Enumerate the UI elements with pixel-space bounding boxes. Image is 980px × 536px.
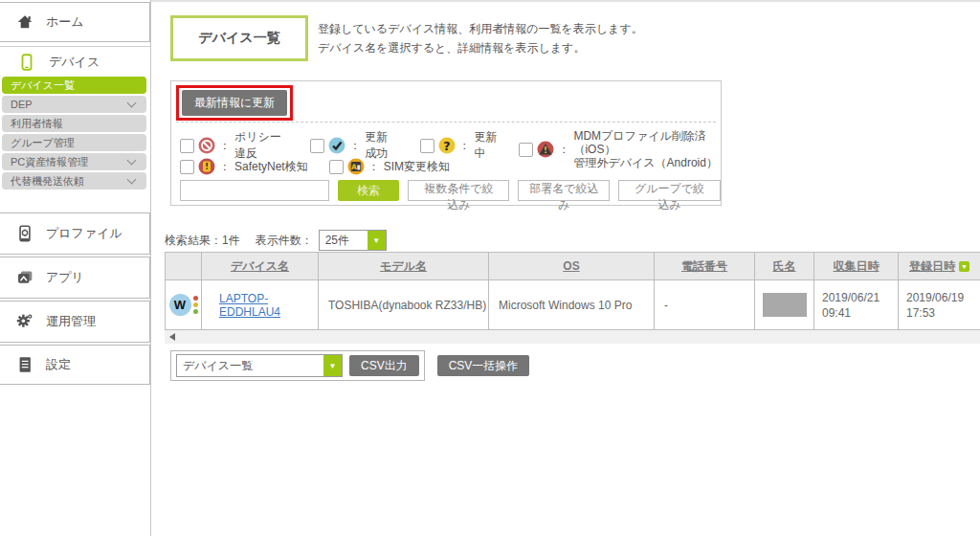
sidebar-profile-label: プロファイル: [46, 225, 122, 242]
legend-label: ポリシー違反: [234, 129, 289, 162]
legend-separator: ：: [459, 138, 471, 154]
mdm-removed-icon: !: [537, 141, 554, 158]
sidebar-item-profile[interactable]: プロファイル: [0, 212, 150, 255]
collected-time: 09:41: [822, 305, 851, 321]
sort-descending-icon[interactable]: ▼: [959, 261, 969, 272]
safetynet-icon: !: [198, 158, 215, 175]
legend-row-2: ! ： SafetyNet検知 A ： SIM変更検知: [180, 158, 450, 175]
horizontal-scrollbar[interactable]: [165, 330, 980, 344]
legend-mdm-removed: ! ： MDMプロファイル削除済（iOS） 管理外デバイス（Android）: [519, 129, 721, 169]
status-dot-yellow: [193, 302, 198, 307]
header-cell-device-name[interactable]: デバイス名: [202, 253, 319, 280]
sidebar-item-pc-asset-management[interactable]: PC資産情報管理: [2, 153, 146, 170]
footer-controls: デバイス一覧 ▼ CSV出力 CSV一括操作: [170, 350, 529, 381]
sidebar-item-device-list[interactable]: デバイス一覧: [2, 77, 146, 94]
safetynet-checkbox[interactable]: [180, 160, 194, 174]
chevron-down-icon: ▼: [323, 355, 342, 376]
sidebar-item-home[interactable]: ホーム: [0, 2, 150, 42]
legend-update-success: ： 更新成功: [310, 129, 398, 162]
status-dot-green: [193, 309, 198, 314]
legend-label: MDMプロファイル削除済（iOS） 管理外デバイス（Android）: [573, 129, 721, 169]
sidebar-item-label: デバイス一覧: [11, 77, 75, 94]
header-cell-registered[interactable]: 登録日時 ▼: [899, 253, 980, 280]
profile-icon: [16, 225, 33, 242]
updating-checkbox[interactable]: [420, 139, 434, 153]
sidebar-item-dep[interactable]: DEP: [2, 96, 146, 113]
row-registered-cell: 2019/06/19 17:53: [899, 280, 980, 330]
sidebar-item-device[interactable]: デバイス: [0, 47, 150, 77]
column-header-label: デバイス名: [231, 258, 289, 275]
sidebar-item-user-info[interactable]: 利用者情報: [2, 115, 146, 132]
search-button[interactable]: 検索: [338, 180, 399, 201]
chevron-down-icon: [127, 175, 137, 185]
sidebar-item-replacement-request[interactable]: 代替機発送依頼: [2, 172, 146, 190]
sidebar-item-operations[interactable]: 運用管理: [0, 301, 150, 343]
registered-date: 2019/06/19: [906, 290, 964, 305]
group-filter-button[interactable]: グループで絞込み: [618, 180, 721, 201]
settings-icon: [16, 356, 33, 373]
legend-label: SIM変更検知: [384, 159, 450, 175]
svg-text:!: !: [205, 162, 209, 171]
department-filter-button[interactable]: 部署名で絞込み: [518, 180, 610, 201]
column-header-label: OS: [563, 259, 579, 273]
export-type-select[interactable]: デバイス一覧 ▼: [176, 354, 343, 377]
status-dot-red: [193, 296, 198, 301]
legend-updating: ? ： 更新中: [420, 129, 499, 162]
column-header-label: 電話番号: [681, 258, 727, 275]
mdm-removed-checkbox[interactable]: [519, 143, 533, 157]
legend-label: 更新成功: [365, 129, 398, 162]
device-table: デバイス名 モデル名 OS 電話番号 氏名 収集日時 登録日時 ▼ W LAPT…: [165, 252, 980, 330]
search-input[interactable]: [180, 180, 329, 201]
sidebar-item-label: 代替機発送依頼: [11, 172, 84, 190]
page-title: デバイス一覧: [198, 30, 279, 47]
csv-export-button[interactable]: CSV出力: [349, 355, 419, 376]
sidebar-home-label: ホーム: [46, 13, 84, 31]
csv-bulk-operation-button[interactable]: CSV一括操作: [437, 355, 530, 376]
sidebar-item-apps[interactable]: アプリ: [0, 257, 150, 299]
sim-change-icon: A: [347, 158, 365, 175]
apps-icon: [16, 269, 33, 286]
column-header-label: 登録日時: [909, 258, 955, 275]
row-os-cell: Microsoft Windows 10 Pro: [489, 280, 655, 330]
page-size-control: 表示件数： 25件 ▼: [256, 230, 387, 251]
sim-change-checkbox[interactable]: [329, 160, 344, 174]
filter-panel: 最新情報に更新 ： ポリシー違反 ： 更新成: [170, 80, 722, 206]
header-cell-status: [166, 253, 202, 280]
header-cell-phone[interactable]: 電話番号: [655, 253, 755, 280]
chevron-down-icon: [127, 99, 137, 108]
column-header-label: 収集日時: [834, 258, 880, 275]
refresh-button[interactable]: 最新情報に更新: [182, 90, 287, 116]
header-cell-collected[interactable]: 収集日時: [814, 253, 899, 280]
registered-time: 17:53: [906, 305, 935, 321]
update-success-checkbox[interactable]: [310, 139, 324, 153]
legend-separator: ：: [219, 138, 231, 154]
legend-label-line1: MDMプロファイル削除済（iOS）: [573, 129, 721, 156]
header-cell-name[interactable]: 氏名: [755, 253, 814, 280]
legend-separator: ：: [368, 159, 380, 175]
page-size-select[interactable]: 25件 ▼: [319, 230, 387, 251]
sidebar-apps-label: アプリ: [46, 269, 84, 286]
page-size-value: 25件: [320, 231, 368, 250]
header-cell-model[interactable]: モデル名: [319, 253, 489, 280]
sidebar-device-label: デバイス: [49, 54, 100, 71]
policy-violation-checkbox[interactable]: [180, 139, 194, 153]
chevron-down-icon: ▼: [368, 231, 386, 250]
sidebar-item-group-management[interactable]: グループ管理: [2, 134, 146, 151]
legend-label: 更新中: [475, 129, 499, 162]
svg-text:A: A: [351, 163, 357, 171]
svg-text:?: ?: [443, 139, 450, 153]
device-name-link[interactable]: LAPTOP-EDDHLAU4: [219, 292, 318, 319]
panel-divider: [176, 122, 716, 123]
csv-export-group: デバイス一覧 ▼ CSV出力: [170, 350, 425, 381]
svg-text:!: !: [544, 145, 547, 155]
header-cell-os[interactable]: OS: [489, 253, 655, 280]
sidebar-item-settings[interactable]: 設定: [0, 345, 150, 385]
sidebar-device-section: デバイス デバイス一覧 DEP 利用者情報 グループ管理 PC資産情報管理 代替…: [0, 46, 150, 209]
column-header-label: モデル名: [380, 258, 427, 275]
legend-separator: ：: [349, 138, 361, 154]
multi-condition-filter-button[interactable]: 複数条件で絞込み: [408, 180, 509, 201]
scroll-left-arrow-icon[interactable]: [169, 333, 175, 341]
export-type-value: デバイス一覧: [177, 355, 258, 376]
legend-sim-change: A ： SIM変更検知: [329, 158, 450, 175]
home-icon: [16, 13, 33, 31]
